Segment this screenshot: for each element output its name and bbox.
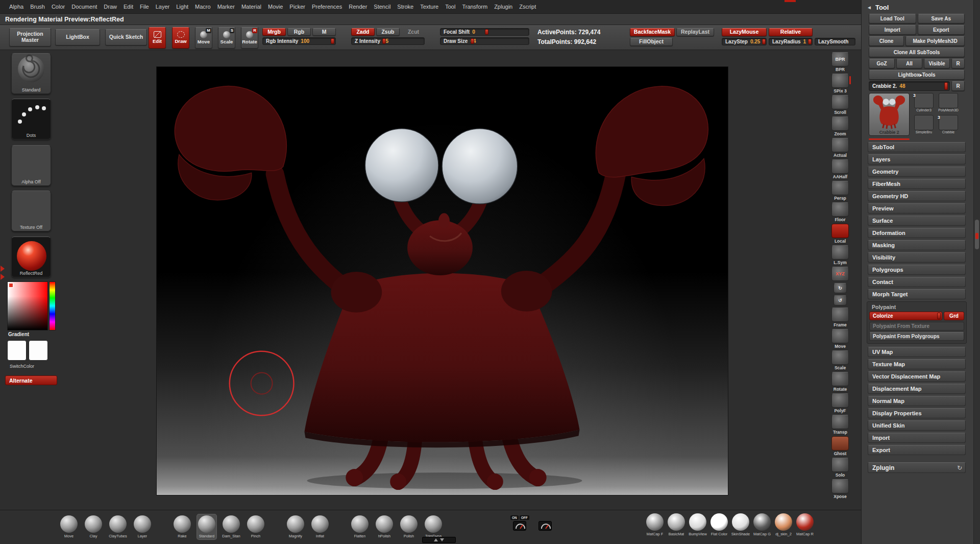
- tool-item-handle[interactable]: [944, 82, 948, 90]
- shelf-button[interactable]: Solo: [831, 458, 849, 478]
- draw-button[interactable]: Draw: [172, 27, 189, 49]
- tool-select-slider[interactable]: [869, 138, 910, 140]
- current-tool-thumbnail[interactable]: Crabbie 2: [869, 93, 910, 136]
- menu-item[interactable]: Marker: [216, 3, 236, 11]
- m-button[interactable]: M: [312, 28, 336, 36]
- off-toggle[interactable]: OFF: [520, 515, 529, 520]
- tool-section-header[interactable]: Layers: [868, 154, 966, 164]
- shelf-button[interactable]: BPR BPR: [831, 52, 849, 72]
- on-toggle[interactable]: ON: [510, 515, 519, 520]
- colorize-button[interactable]: Colorize: [869, 312, 942, 320]
- shelf-button[interactable]: PolyF: [831, 393, 849, 413]
- recent-tool[interactable]: SimpleBru: [913, 115, 935, 136]
- menu-item[interactable]: Picker: [288, 3, 307, 11]
- tool-section-header[interactable]: Normal Map: [868, 396, 966, 406]
- shelf-button[interactable]: ↻: [834, 283, 847, 294]
- lightbox-button[interactable]: LightBox: [55, 29, 100, 45]
- brush-preset[interactable]: Move: [59, 514, 79, 539]
- tool-section-header[interactable]: Unified Skin: [868, 420, 966, 431]
- menu-item[interactable]: Brush: [29, 3, 46, 11]
- main-color-swatch[interactable]: [7, 340, 27, 361]
- polypaint-header[interactable]: Polypaint: [869, 303, 964, 312]
- recent-tool[interactable]: PolyMesh3D: [937, 93, 960, 114]
- goz-visible-button[interactable]: Visible: [924, 59, 950, 68]
- tool-section-header[interactable]: Geometry HD: [868, 191, 966, 201]
- current-material-thumbnail[interactable]: ReflectRed: [11, 236, 51, 277]
- shelf-button[interactable]: Ghost: [831, 436, 849, 456]
- lazyradius-slider[interactable]: LazyRadius 1: [769, 38, 813, 45]
- panel-scrollbar[interactable]: [973, 0, 980, 544]
- menu-item[interactable]: Macro: [193, 3, 212, 11]
- brush-preset[interactable]: Rake: [173, 514, 192, 539]
- tool-section-header[interactable]: UV Map: [868, 347, 966, 357]
- current-alpha-thumbnail[interactable]: Alpha Off: [11, 145, 51, 186]
- menu-item[interactable]: Edit: [122, 3, 135, 11]
- brush-preset[interactable]: ClayTubes: [108, 514, 128, 539]
- material-preset[interactable]: MatCap G: [753, 513, 771, 536]
- colorize-handle[interactable]: [937, 313, 941, 319]
- brush-preset[interactable]: Standard: [197, 514, 216, 539]
- menu-item[interactable]: Layer: [154, 3, 172, 11]
- tool-section-header[interactable]: Displacement Map: [868, 384, 966, 394]
- shelf-button[interactable]: XYZ: [831, 267, 849, 281]
- tool-section-header[interactable]: Vector Displacement Map: [868, 371, 966, 382]
- tool-section-header[interactable]: Import: [868, 433, 966, 443]
- import-button[interactable]: Import: [869, 25, 916, 35]
- tool-section-header[interactable]: Visibility: [868, 252, 966, 263]
- tool-section-header[interactable]: Polygroups: [868, 265, 966, 275]
- mrgb-button[interactable]: Mrgb: [262, 28, 286, 36]
- shelf-button[interactable]: Persp: [831, 181, 849, 201]
- lazystep-slider[interactable]: LazyStep 0.25: [722, 38, 767, 45]
- shelf-button[interactable]: Local: [831, 224, 849, 244]
- alternate-button[interactable]: Alternate: [5, 375, 57, 385]
- hue-bar[interactable]: [49, 281, 56, 330]
- brush-preset[interactable]: Flatten: [350, 514, 370, 539]
- menu-item[interactable]: Alpha: [8, 3, 25, 11]
- material-preset[interactable]: BumpView: [689, 513, 707, 536]
- shelf-button[interactable]: Scale: [831, 350, 849, 370]
- export-button[interactable]: Export: [918, 25, 965, 35]
- tool-section-header[interactable]: Export: [868, 445, 966, 455]
- menu-item[interactable]: Color: [50, 3, 66, 11]
- shelf-button[interactable]: Floor: [831, 202, 849, 222]
- menu-item[interactable]: Material: [240, 3, 263, 11]
- shelf-button[interactable]: ↺: [834, 295, 847, 306]
- material-preset[interactable]: MatCap F: [646, 513, 664, 536]
- shelf-button[interactable]: Xpose: [831, 479, 849, 499]
- grd-button[interactable]: Grd: [944, 312, 964, 320]
- material-preset[interactable]: MatCap R: [796, 513, 814, 536]
- gradient-label[interactable]: Gradient: [8, 332, 29, 337]
- recent-tool[interactable]: 3 Crabbie: [937, 115, 960, 136]
- draw-size-handle[interactable]: [471, 38, 474, 44]
- z-intensity-slider[interactable]: Z Intensity 25: [351, 37, 425, 45]
- tool-section-header[interactable]: Contact: [868, 277, 966, 287]
- zcut-button[interactable]: Zcut: [403, 28, 424, 36]
- tool-section-header[interactable]: FiberMesh: [868, 179, 966, 189]
- save-as-button[interactable]: Save As: [918, 14, 965, 23]
- menu-item[interactable]: Transform: [460, 3, 489, 11]
- draw-size-slider[interactable]: Draw Size 64: [440, 37, 529, 45]
- menu-item[interactable]: Light: [175, 3, 190, 11]
- divider-marker-icon[interactable]: [1, 274, 5, 280]
- rgb-intensity-slider[interactable]: Rgb Intensity 100: [262, 37, 336, 45]
- tool-section-header[interactable]: Deformation: [868, 228, 966, 238]
- goz-all-button[interactable]: All: [896, 59, 922, 68]
- tool-section-header[interactable]: Texture Map: [868, 359, 966, 369]
- brush-preset[interactable]: TrimDyna: [424, 514, 443, 539]
- clone-button[interactable]: Clone: [869, 36, 904, 46]
- material-preset[interactable]: dj_skin_2: [774, 513, 793, 536]
- tool-section-header[interactable]: Display Properties: [868, 408, 966, 418]
- load-tool-button[interactable]: Load Tool: [869, 14, 916, 23]
- projection-master-button[interactable]: Projection Master: [9, 28, 51, 46]
- brush-preset[interactable]: Inflat: [310, 514, 330, 539]
- fillobject-button[interactable]: FillObject: [630, 38, 673, 46]
- scroll-up-icon[interactable]: [434, 538, 438, 541]
- zsub-button[interactable]: Zsub: [376, 28, 400, 36]
- viewport-canvas[interactable]: [156, 66, 728, 495]
- shelf-button[interactable]: SPix 3: [831, 74, 849, 93]
- switchcolor-label[interactable]: SwitchColor: [10, 364, 34, 369]
- material-preset[interactable]: BasicMat: [667, 513, 685, 536]
- shelf-button[interactable]: Rotate: [831, 372, 849, 392]
- z-intensity-handle[interactable]: [382, 38, 386, 44]
- focal-shift-slider[interactable]: Focal Shift 0: [440, 28, 529, 36]
